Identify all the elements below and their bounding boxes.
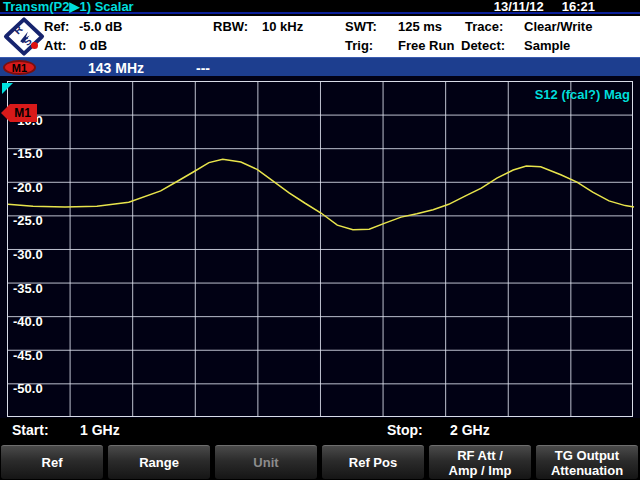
frequency-row: Start: 1 GHz Stop: 2 GHz [0,418,640,442]
detect-value: Sample [524,38,570,53]
stop-label: Stop: [387,422,423,438]
softkey-rf-att[interactable]: RF Att / Amp / Imp [429,445,531,479]
ref-label: Ref: [44,19,69,34]
trig-label: Trig: [345,38,373,53]
marker-m1-badge: M1 [3,60,36,75]
rbw-label: RBW: [213,19,248,34]
softkey-tg-output[interactable]: TG Output Attenuation [536,445,638,479]
detect-label: Detect: [461,38,505,53]
att-label: Att: [44,38,66,53]
time: 16:21 [562,0,595,14]
measurement-grid: -10.0 -15.0 -20.0 -25.0 -30.0 -35.0 -40.… [7,81,633,417]
start-label: Start: [12,422,49,438]
softkey-range[interactable]: Range [108,445,210,479]
analyzer-screen: Transm(P2▶1) Scalar 13/11/12 16:21 R S R… [0,0,640,480]
marker-readout-bar: M1 143 MHz --- [0,57,640,76]
swt-value: 125 ms [398,19,442,34]
graph-panel: -10.0 -15.0 -20.0 -25.0 -30.0 -35.0 -40.… [0,76,640,418]
softkey-bar: Ref Range Unit Ref Pos RF Att / Amp / Im… [0,442,640,480]
trace-value: Clear/Write [524,19,592,34]
start-value: 1 GHz [80,422,120,438]
softkey-ref-pos[interactable]: Ref Pos [322,445,424,479]
swt-label: SWT: [345,19,377,34]
att-value: 0 dB [79,38,107,53]
date: 13/11/12 [494,0,544,14]
trace-annotation: S12 (fcal?) Mag [535,87,630,102]
measurement-title: Transm(P2▶1) Scalar [0,0,134,14]
stop-value: 2 GHz [450,422,490,438]
rbw-value: 10 kHz [262,19,303,34]
softkey-ref[interactable]: Ref [1,445,103,479]
trace-label: Trace: [465,19,503,34]
date-time: 13/11/12 16:21 [494,0,595,14]
marker-frequency: 143 MHz [88,60,144,76]
title-bar: Transm(P2▶1) Scalar 13/11/12 16:21 [0,0,640,14]
trig-value: Free Run [398,38,454,53]
softkey-unit[interactable]: Unit [215,445,317,479]
settings-header: R S Ref: -5.0 dB Att: 0 dB RBW: 10 kHz S… [0,16,640,57]
trace-layer [8,82,634,418]
ref-value: -5.0 dB [79,19,122,34]
att-indicator-dot [31,42,38,49]
rohde-schwarz-logo: R S [3,16,45,57]
trace-corner-indicator-icon [2,83,13,94]
trace [8,159,634,230]
marker-level: --- [196,60,210,76]
